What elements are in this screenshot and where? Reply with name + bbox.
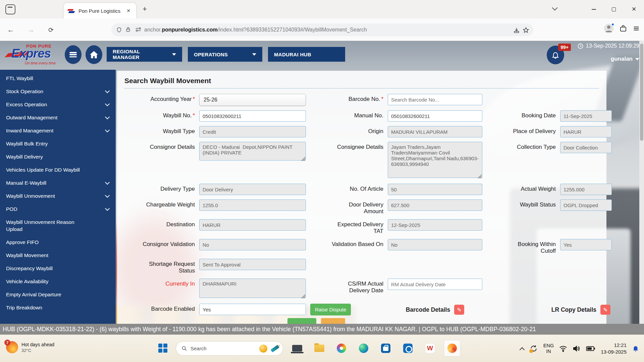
door-delivery-amount-input[interactable] bbox=[388, 199, 482, 211]
sidebar-item-vehicles-update-dd[interactable]: Vehicles Update For DD Waybill bbox=[0, 163, 116, 176]
sidebar-item-discrepancy-waybill[interactable]: Discrepancy Waybill bbox=[0, 262, 116, 275]
no-of-article-input[interactable] bbox=[388, 184, 482, 195]
taskbar-app-edge[interactable] bbox=[356, 340, 372, 356]
menu-icon[interactable] bbox=[633, 25, 640, 32]
taskbar-clock[interactable]: 12:21 13-09-2025 bbox=[601, 342, 627, 355]
tab-search-chevron-icon[interactable] bbox=[553, 7, 557, 11]
taskbar-app-store[interactable] bbox=[378, 340, 394, 356]
barcode-details-edit-icon[interactable]: ✎ bbox=[454, 305, 464, 315]
sidebar-toggle-button[interactable] bbox=[65, 45, 82, 64]
taskbar-app-file-explorer[interactable] bbox=[311, 340, 327, 356]
tab-close-icon[interactable]: ✕ bbox=[125, 7, 132, 14]
sidebar-item-outward-management[interactable]: Outward Management bbox=[0, 111, 116, 124]
taskbar-app-laptop[interactable] bbox=[289, 340, 305, 356]
page-scrollbar[interactable] bbox=[639, 41, 644, 324]
user-menu[interactable]: gunalan bbox=[611, 56, 639, 62]
sidebar-item-waybill-movement[interactable]: Waybill Movement bbox=[0, 249, 116, 262]
accounting-year-select[interactable]: 25-26 bbox=[199, 94, 306, 106]
consignee-details-textarea[interactable]: Jayam Traders,Jayam TradersMariyamman Co… bbox=[388, 142, 482, 178]
sidebar-item-waybill-bulk-entry[interactable]: Waybill Bulk Entry bbox=[0, 137, 116, 150]
taskbar-app-outlook[interactable] bbox=[400, 340, 416, 356]
sidebar-item-waybill-delivery[interactable]: Waybill Delivery bbox=[0, 150, 116, 163]
header-datetime: 13-Sep-2025 12:09:29 bbox=[578, 43, 639, 49]
sidebar-item-stock-operation[interactable]: Stock Operation bbox=[0, 85, 116, 98]
collection-type-input[interactable] bbox=[560, 142, 612, 153]
hub-button[interactable]: MADURAI HUB bbox=[268, 47, 345, 62]
manual-no-input[interactable] bbox=[388, 110, 482, 122]
battery-icon[interactable] bbox=[586, 346, 595, 352]
raise-dispute-button[interactable]: Raise Dispute bbox=[310, 304, 351, 315]
notification-center-bell-icon[interactable] bbox=[632, 345, 639, 353]
waybill-status-input[interactable] bbox=[560, 199, 612, 211]
place-of-delivery-input[interactable] bbox=[560, 126, 612, 137]
validation-based-on-input[interactable] bbox=[388, 239, 482, 250]
app-header: PON PURE Expres On time every time REGIO… bbox=[0, 41, 644, 70]
sidebar-item-vehicle-availability[interactable]: Vehicle Availability bbox=[0, 275, 116, 288]
barcode-enabled-input[interactable] bbox=[199, 304, 306, 315]
sidebar-item-excess-operation[interactable]: Excess Operation bbox=[0, 98, 116, 111]
tab-title: Pon Pure Logistics bbox=[78, 8, 121, 14]
shield-icon[interactable] bbox=[116, 27, 122, 33]
lock-icon[interactable] bbox=[125, 27, 131, 33]
close-button[interactable]: ✕ bbox=[624, 0, 644, 18]
delivery-type-input[interactable] bbox=[199, 184, 306, 195]
sidebar-item-waybill-unmovement[interactable]: Waybill Unmovement bbox=[0, 189, 116, 202]
role-dropdown[interactable]: REGIONAL MANAGER bbox=[107, 47, 182, 62]
tray-overflow-chevron-icon[interactable] bbox=[520, 347, 525, 352]
destination-input[interactable] bbox=[199, 219, 306, 231]
consignor-validation-input[interactable] bbox=[199, 239, 306, 250]
tab-actions-icon[interactable] bbox=[5, 4, 15, 14]
refresh-button[interactable]: ⟳ bbox=[46, 24, 56, 35]
start-button[interactable] bbox=[158, 344, 168, 353]
site-permissions-icon[interactable] bbox=[135, 27, 141, 33]
bell-icon bbox=[551, 51, 559, 59]
expected-delivery-tat-input[interactable] bbox=[388, 219, 482, 231]
browser-tab[interactable]: Pon Pure Logistics ✕ bbox=[64, 3, 136, 18]
language-indicator[interactable]: ENG IN bbox=[543, 343, 554, 354]
maximize-button[interactable] bbox=[604, 0, 624, 18]
wifi-icon[interactable] bbox=[559, 345, 567, 352]
sidebar-item-approve-fifo[interactable]: Approve FIFO bbox=[0, 236, 116, 249]
profile-avatar-icon[interactable] bbox=[604, 23, 614, 34]
forward-button[interactable]: → bbox=[25, 24, 36, 35]
booking-date-input[interactable] bbox=[560, 110, 612, 122]
home-button[interactable] bbox=[86, 45, 102, 64]
scrollbar-thumb[interactable] bbox=[640, 44, 643, 141]
notifications-button[interactable]: 99+ bbox=[547, 44, 566, 64]
address-bar[interactable]: anchor.ponpurelogistics.com/index.html?6… bbox=[111, 23, 533, 36]
shortage-request-status-input[interactable] bbox=[199, 259, 306, 270]
browser-essentials-bag-icon[interactable] bbox=[619, 24, 627, 33]
sidebar-item-unmovement-reason-upload[interactable]: Waybill Unmovement Reason Upload bbox=[0, 216, 116, 236]
sidebar-item-manual-e-waybill[interactable]: Manual E-Waybill bbox=[0, 176, 116, 189]
department-dropdown[interactable]: OPERATIONS bbox=[188, 47, 262, 62]
volume-icon[interactable] bbox=[573, 345, 581, 352]
waybill-type-input[interactable] bbox=[199, 126, 306, 137]
taskbar-app-wps[interactable]: W bbox=[422, 340, 438, 356]
minimize-button[interactable] bbox=[584, 0, 604, 18]
taskbar-app-photos[interactable] bbox=[333, 340, 350, 356]
origin-input[interactable] bbox=[388, 126, 482, 137]
download-icon[interactable] bbox=[513, 27, 519, 33]
new-tab-button[interactable]: + bbox=[143, 5, 147, 13]
sidebar-item-trip-breakdown[interactable]: Trip Breakdown bbox=[0, 301, 116, 314]
barcode-no-input[interactable] bbox=[388, 94, 482, 105]
taskbar-search[interactable]: Search bbox=[176, 341, 283, 356]
announcement-marquee: HUB (OGPL-MDKK-035318-21-22) - (6) waybi… bbox=[0, 324, 644, 335]
actual-weight-input[interactable] bbox=[560, 184, 612, 195]
sync-tray-icon[interactable] bbox=[529, 344, 538, 353]
sidebar-item-empty-arrival-departure[interactable]: Empty Arrival Departure bbox=[0, 288, 116, 301]
back-button[interactable]: ← bbox=[5, 24, 16, 35]
weather-widget[interactable]: 7 Hot days ahead 32°C bbox=[6, 341, 54, 353]
cs-rm-actual-delivery-date-input[interactable] bbox=[388, 279, 482, 290]
currently-in-textarea[interactable]: DHARMAPURI bbox=[199, 279, 306, 298]
booking-within-cutoff-input[interactable] bbox=[560, 239, 612, 250]
taskbar-app-active-browser[interactable] bbox=[444, 340, 460, 356]
lr-copy-details-edit-icon[interactable]: ✎ bbox=[600, 305, 610, 315]
waybill-no-input[interactable] bbox=[199, 110, 306, 122]
favorites-star-icon[interactable] bbox=[523, 27, 529, 33]
consignor-details-textarea[interactable]: DECO - Madurai Depot,NIPPON PAINT (INDIA… bbox=[199, 142, 306, 161]
sidebar-item-ftl-waybill[interactable]: FTL Waybill bbox=[0, 72, 116, 85]
chargeable-weight-input[interactable] bbox=[199, 199, 306, 211]
sidebar-item-inward-management[interactable]: Inward Management bbox=[0, 124, 116, 137]
sidebar-item-pod[interactable]: POD bbox=[0, 202, 116, 216]
